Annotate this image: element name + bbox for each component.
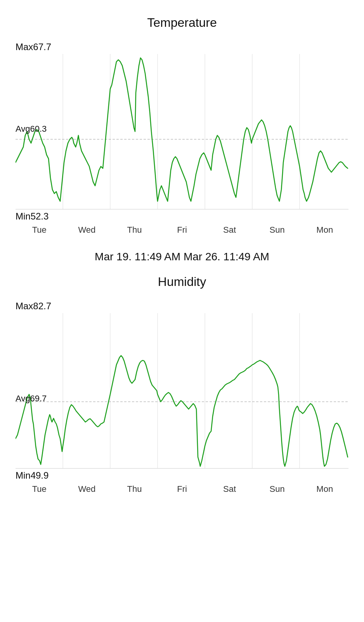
humidity-x-axis: Tue Wed Thu Fri Sat Sun Mon (16, 481, 348, 494)
temp-max-label: Max67.7 (16, 42, 348, 52)
temp-avg-label: Avg60.3 (16, 124, 47, 134)
humidity-title: Humidity (16, 275, 348, 289)
temperature-section: Temperature Max67.7 Avg6 (0, 8, 364, 239)
humidity-x-tue: Tue (16, 484, 63, 494)
humidity-x-sat: Sat (206, 484, 253, 494)
humidity-min-label: Min49.9 (16, 470, 348, 481)
humidity-max-label: Max82.7 (16, 301, 348, 312)
humidity-x-thu: Thu (111, 484, 158, 494)
temp-x-wed: Wed (63, 225, 111, 235)
humidity-x-mon: Mon (301, 484, 348, 494)
temp-x-tue: Tue (16, 225, 63, 235)
page-container: Temperature Max67.7 Avg6 (0, 0, 364, 622)
date-range: Mar 19. 11:49 AM Mar 26. 11:49 AM (0, 251, 364, 263)
temp-x-axis: Tue Wed Thu Fri Sat Sun Mon (16, 222, 348, 235)
temp-x-thu: Thu (111, 225, 158, 235)
temp-x-fri: Fri (158, 225, 206, 235)
humidity-chart: Avg69.7 (16, 313, 348, 469)
humidity-section: Humidity Max82.7 Avg69.7 (0, 267, 364, 498)
humidity-x-fri: Fri (158, 484, 206, 494)
temperature-title: Temperature (16, 16, 348, 30)
temp-x-sun: Sun (253, 225, 301, 235)
temperature-chart: Avg60.3 (16, 54, 348, 209)
temp-x-sat: Sat (206, 225, 253, 235)
humidity-x-sun: Sun (253, 484, 301, 494)
temp-min-label: Min52.3 (16, 211, 348, 222)
humidity-avg-label: Avg69.7 (16, 394, 47, 404)
humidity-x-wed: Wed (63, 484, 111, 494)
temp-x-mon: Mon (301, 225, 348, 235)
